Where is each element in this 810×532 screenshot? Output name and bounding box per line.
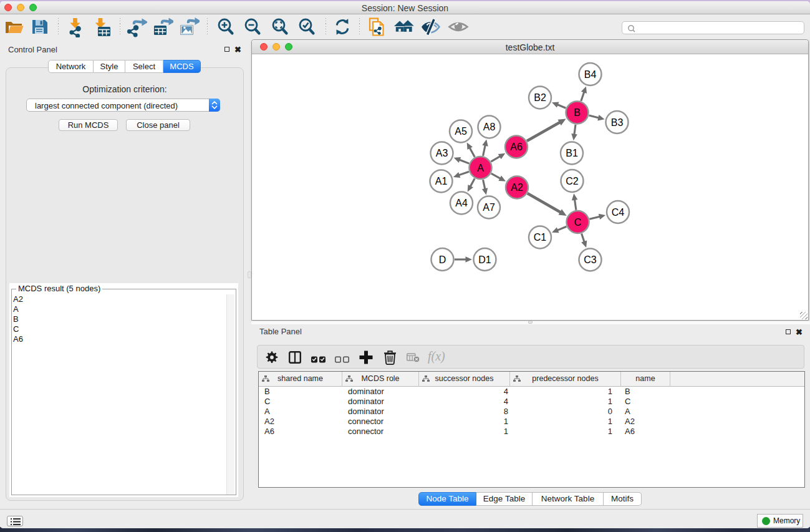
svg-text:A1: A1 [435, 176, 448, 186]
svg-text:A2: A2 [511, 182, 523, 193]
svg-text:A6: A6 [510, 142, 523, 152]
svg-text:A8: A8 [483, 122, 496, 132]
svg-text:A4: A4 [455, 198, 468, 208]
svg-text:A7: A7 [483, 202, 495, 213]
svg-text:D: D [439, 254, 446, 265]
svg-text:A3: A3 [436, 148, 448, 158]
svg-text:C4: C4 [612, 207, 625, 218]
svg-text:C1: C1 [534, 232, 547, 243]
svg-text:B2: B2 [534, 92, 546, 103]
svg-text:B4: B4 [584, 69, 597, 80]
svg-text:C3: C3 [584, 254, 597, 265]
svg-text:C: C [574, 217, 582, 228]
svg-text:C2: C2 [566, 176, 579, 186]
svg-text:D1: D1 [478, 254, 491, 265]
svg-text:A: A [477, 163, 484, 173]
svg-text:B1: B1 [566, 148, 578, 158]
svg-text:A5: A5 [455, 126, 467, 137]
svg-text:B: B [574, 107, 581, 118]
svg-text:B3: B3 [611, 117, 624, 128]
